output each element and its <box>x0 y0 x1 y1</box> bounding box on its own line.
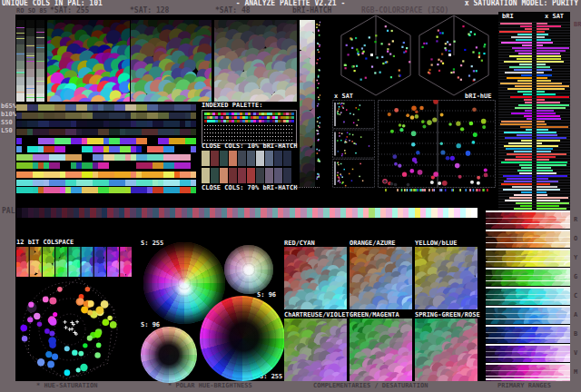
primary-range-letter: B <box>574 331 577 338</box>
primary-range-letter: M <box>574 369 577 376</box>
primary-range-letter: R <box>574 217 577 223</box>
primary-range-letter: C <box>574 293 577 299</box>
primary-range-letter: G <box>574 274 577 280</box>
primary-range-letter: Y <box>574 255 577 261</box>
graphics-layer: ROYGCABVM <box>0 0 581 392</box>
palette-analyzer-screen: UNIQUE COLS IN PAL: 101 - ANALYZE PALETT… <box>0 0 581 392</box>
primary-range-letter: O <box>574 236 577 242</box>
primary-range-letter: A <box>574 312 577 318</box>
primary-range-letter: V <box>574 350 577 357</box>
